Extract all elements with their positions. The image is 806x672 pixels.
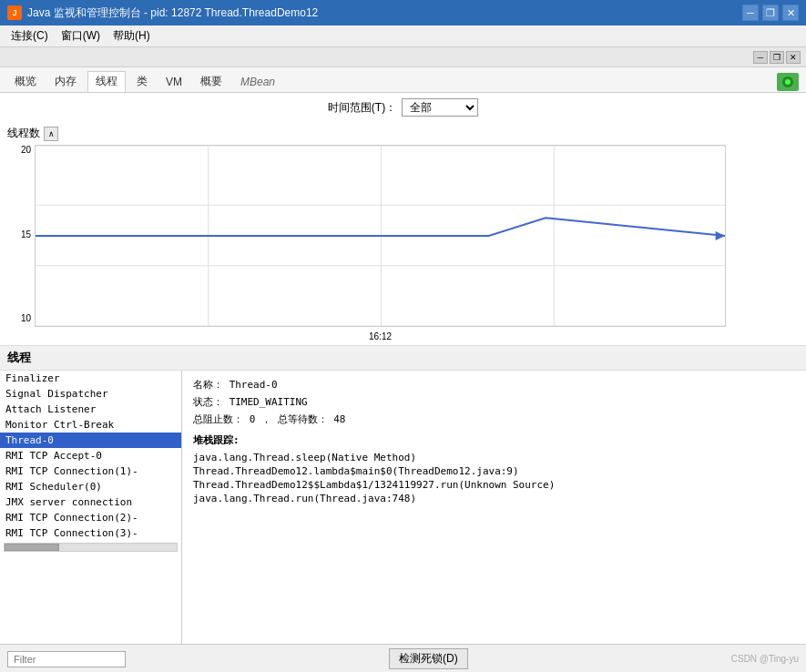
thread-item-1[interactable]: Signal Dispatcher: [0, 386, 181, 402]
tab-overview[interactable]: 概览: [7, 72, 44, 91]
tab-vm[interactable]: VM: [158, 74, 189, 90]
nav-tabs: 概览 内存 线程 类 VM 概要 MBean: [0, 67, 806, 93]
close-button[interactable]: ✕: [782, 5, 799, 21]
stack-line-2: Thread.ThreadDemo12$$Lambda$1/1324119927…: [193, 478, 795, 492]
thread-list-scrollbar-thumb[interactable]: [5, 544, 59, 551]
wait-label: 总等待数：: [278, 413, 328, 425]
block-label: 总阻止数：: [193, 413, 243, 425]
inner-close-btn[interactable]: ✕: [786, 51, 801, 64]
stack-line-1: Thread.ThreadDemo12.lambda$main$0(Thread…: [193, 464, 795, 478]
chart-section: 线程数 ∧ 20 15 10 16:12: [0, 122, 806, 346]
thread-item-8[interactable]: JMX server connection: [0, 494, 181, 510]
title-bar-controls: ─ ❐ ✕: [742, 5, 799, 21]
status-label: 状态：: [193, 396, 223, 408]
thread-name-row: 名称： Thread-0: [193, 378, 795, 392]
x-axis-label: 16:12: [35, 331, 726, 341]
app-icon: J: [7, 5, 22, 20]
bottom-bar: 检测死锁(D) CSDN @Ting-yu: [0, 644, 806, 672]
svg-point-1: [785, 79, 791, 85]
inner-restore-btn[interactable]: ❐: [770, 51, 784, 64]
window-title: Java 监视和管理控制台 - pid: 12872 Thread.Thread…: [27, 5, 318, 21]
menu-connect[interactable]: 连接(C): [5, 26, 54, 46]
status-value: TIMED_WAITING: [230, 396, 308, 408]
inner-title-bar: ─ ❐ ✕: [0, 47, 806, 67]
stack-trace: 堆栈跟踪: java.lang.Thread.sleep(Native Meth…: [193, 433, 795, 505]
thread-status-row: 状态： TIMED_WAITING: [193, 395, 795, 409]
time-range-bar: 时间范围(T)： 全部 1分钟 5分钟 10分钟 30分钟: [0, 93, 806, 122]
name-label: 名称：: [193, 379, 223, 391]
stack-line-3: java.lang.Thread.run(Thread.java:748): [193, 492, 795, 505]
inner-title-controls: ─ ❐ ✕: [753, 51, 801, 64]
thread-list-scrollbar[interactable]: [4, 543, 178, 552]
title-bar: J Java 监视和管理控制台 - pid: 12872 Thread.Thre…: [0, 0, 806, 25]
stack-line-0: java.lang.Thread.sleep(Native Method): [193, 451, 795, 464]
tab-threads[interactable]: 线程: [87, 71, 126, 92]
filter-input[interactable]: [7, 651, 126, 667]
time-range-label: 时间范围(T)：: [328, 100, 396, 116]
thread-item-4[interactable]: Thread-0: [0, 433, 181, 448]
menu-window[interactable]: 窗口(W): [56, 26, 106, 46]
thread-item-2[interactable]: Attach Listener: [0, 402, 181, 417]
chart-collapse-btn[interactable]: ∧: [44, 127, 58, 141]
thread-block-row: 总阻止数： 0 ， 总等待数： 48: [193, 412, 795, 426]
thread-list[interactable]: Finalizer Signal Dispatcher Attach Liste…: [0, 371, 182, 644]
thread-section: 线程 Finalizer Signal Dispatcher Attach Li…: [0, 346, 806, 644]
chart-svg: [35, 145, 726, 327]
thread-item-5[interactable]: RMI TCP Accept-0: [0, 448, 181, 463]
tab-mbean[interactable]: MBean: [233, 74, 282, 90]
thread-item-9[interactable]: RMI TCP Connection(2)-: [0, 510, 181, 525]
tab-classes[interactable]: 类: [129, 72, 155, 91]
menu-help[interactable]: 帮助(H): [107, 26, 156, 46]
chart-header: 线程数 ∧: [7, 126, 799, 141]
thread-detail: 名称： Thread-0 状态： TIMED_WAITING 总阻止数： 0 ，…: [182, 371, 806, 644]
stack-trace-header: 堆栈跟踪:: [193, 433, 795, 447]
watermark: CSDN @Ting-yu: [731, 654, 799, 664]
inner-minimize-btn[interactable]: ─: [753, 51, 768, 64]
detect-deadlock-button[interactable]: 检测死锁(D): [389, 648, 468, 669]
chart-wrapper: 20 15 10 16:12 峰值: [7, 145, 799, 341]
thread-item-0[interactable]: Finalizer: [0, 371, 181, 386]
thread-content: Finalizer Signal Dispatcher Attach Liste…: [0, 371, 806, 644]
tab-summary[interactable]: 概要: [193, 72, 230, 91]
y-label-20: 20: [21, 145, 31, 155]
svg-marker-9: [716, 231, 725, 240]
thread-item-3[interactable]: Monitor Ctrl-Break: [0, 417, 181, 433]
restore-button[interactable]: ❐: [762, 5, 779, 21]
chart-title: 线程数: [7, 126, 40, 141]
y-label-10: 10: [21, 313, 31, 323]
tab-memory[interactable]: 内存: [47, 72, 84, 91]
thread-item-6[interactable]: RMI TCP Connection(1)-: [0, 463, 181, 479]
minimize-button[interactable]: ─: [742, 5, 759, 21]
section-header: 线程: [0, 346, 806, 371]
thread-item-7[interactable]: RMI Scheduler(0): [0, 479, 181, 494]
menu-bar: 连接(C) 窗口(W) 帮助(H): [0, 25, 806, 47]
name-value: Thread-0: [230, 379, 278, 391]
y-label-15: 15: [21, 229, 31, 239]
block-value: 0: [250, 413, 256, 425]
thread-item-10[interactable]: RMI TCP Connection(3)-: [0, 525, 181, 541]
wait-value: 48: [333, 413, 345, 425]
title-bar-left: J Java 监视和管理控制台 - pid: 12872 Thread.Thre…: [7, 5, 318, 21]
time-range-select[interactable]: 全部 1分钟 5分钟 10分钟 30分钟: [402, 98, 478, 117]
connection-icon: [777, 73, 799, 91]
